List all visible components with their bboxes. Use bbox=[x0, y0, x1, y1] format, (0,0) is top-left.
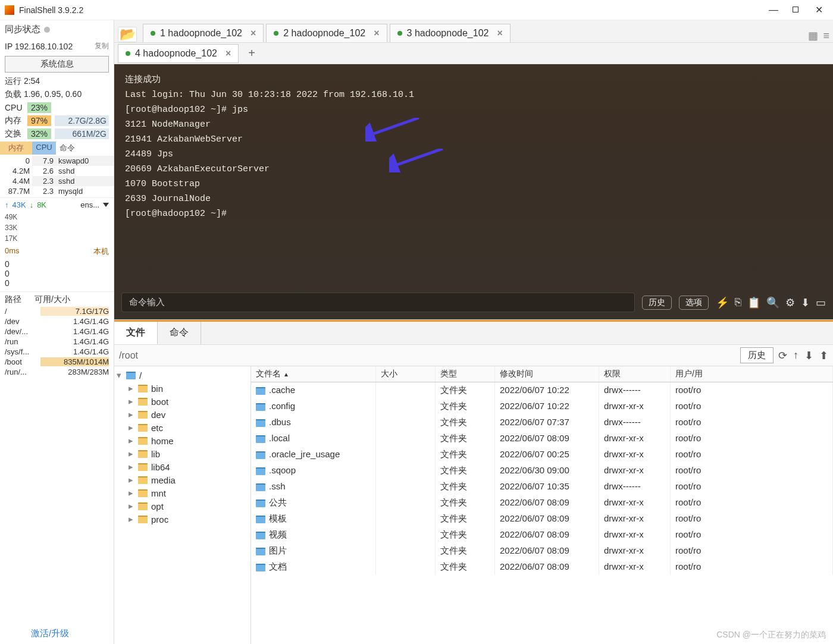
folder-open-icon[interactable]: 📂 bbox=[118, 27, 137, 42]
file-row[interactable]: 文档文件夹2022/06/07 08:09drwxr-xr-xroot/ro bbox=[251, 559, 833, 575]
disk-row[interactable]: /run/...283M/283M bbox=[0, 367, 114, 377]
disk-row[interactable]: /7.1G/17G bbox=[0, 306, 114, 316]
col-time[interactable]: 修改时间 bbox=[495, 366, 599, 382]
close-tab-icon[interactable]: × bbox=[226, 48, 231, 59]
terminal-output[interactable]: 连接成功 Last login: Thu Jun 30 10:23:18 202… bbox=[114, 64, 833, 289]
process-row[interactable]: 4.4M2.3sshd bbox=[0, 176, 114, 186]
maximize-button[interactable] bbox=[793, 7, 798, 12]
col-avail[interactable]: 可用/大小 bbox=[35, 294, 109, 305]
disk-row[interactable]: /boot835M/1014M bbox=[0, 357, 114, 367]
command-input[interactable]: 命令输入 bbox=[121, 293, 635, 312]
tree-item[interactable]: ▸bin bbox=[114, 382, 250, 395]
upload-icon: ↑ bbox=[5, 200, 9, 209]
disk-row[interactable]: /sys/f...1.4G/1.4G bbox=[0, 347, 114, 357]
grid-view-icon[interactable]: ▦ bbox=[808, 29, 818, 42]
file-row[interactable]: 视频文件夹2022/06/07 08:09drwxr-xr-xroot/ro bbox=[251, 527, 833, 543]
file-row[interactable]: .cache文件夹2022/06/07 10:22drwx------root/… bbox=[251, 382, 833, 398]
col-name[interactable]: 文件名▲ bbox=[251, 366, 376, 382]
disk-row[interactable]: /dev/...1.4G/1.4G bbox=[0, 326, 114, 337]
mem-percent: 97% bbox=[27, 115, 51, 126]
download-value: 8K bbox=[37, 200, 46, 209]
download-icon: ↓ bbox=[30, 200, 34, 209]
session-tab[interactable]: 3 hadoopnode_102× bbox=[390, 24, 511, 42]
copy-icon[interactable]: ⎘ bbox=[735, 296, 741, 309]
up-icon[interactable]: ↑ bbox=[793, 349, 798, 362]
col-perm[interactable]: 权限 bbox=[599, 366, 671, 382]
tree-item[interactable]: ▸lib64 bbox=[114, 460, 250, 473]
path-input[interactable]: /root bbox=[119, 350, 735, 361]
tab-commands[interactable]: 命令 bbox=[158, 322, 201, 344]
status-dot-icon bbox=[151, 31, 155, 36]
file-row[interactable]: 模板文件夹2022/06/07 08:09drwxr-xr-xroot/ro bbox=[251, 511, 833, 527]
search-icon[interactable]: 🔍 bbox=[766, 296, 779, 309]
file-row[interactable]: .sqoop文件夹2022/06/30 09:00drwxr-xr-xroot/… bbox=[251, 463, 833, 479]
svg-line-0 bbox=[368, 118, 419, 136]
file-list[interactable]: 文件名▲ 大小 类型 修改时间 权限 用户/用 .cache文件夹2022/06… bbox=[251, 366, 833, 644]
file-row[interactable]: .ssh文件夹2022/06/07 10:35drwx------root/ro bbox=[251, 479, 833, 495]
tree-item[interactable]: ▸opt bbox=[114, 500, 250, 513]
swap-percent: 32% bbox=[27, 128, 51, 139]
paste-icon[interactable]: 📋 bbox=[747, 296, 760, 309]
col-path[interactable]: 路径 bbox=[5, 294, 35, 305]
col-type[interactable]: 类型 bbox=[436, 366, 495, 382]
col-cpu[interactable]: CPU bbox=[32, 142, 56, 155]
col-cmd[interactable]: 命令 bbox=[56, 142, 114, 155]
disk-row[interactable]: /run1.4G/1.4G bbox=[0, 337, 114, 347]
process-row[interactable]: 87.7M2.3mysqld bbox=[0, 186, 114, 196]
fullscreen-icon[interactable]: ▭ bbox=[816, 296, 826, 309]
tree-item[interactable]: ▸proc bbox=[114, 513, 250, 526]
history-button[interactable]: 历史 bbox=[642, 296, 672, 310]
refresh-icon[interactable]: ⟳ bbox=[778, 349, 787, 362]
folder-icon bbox=[256, 467, 265, 475]
file-row[interactable]: .local文件夹2022/06/07 08:09drwxr-xr-xroot/… bbox=[251, 431, 833, 447]
download-icon[interactable]: ⬇ bbox=[801, 296, 810, 309]
folder-tree[interactable]: ▾/ ▸bin▸boot▸dev▸etc▸home▸lib▸lib64▸medi… bbox=[114, 366, 251, 644]
system-info-button[interactable]: 系统信息 bbox=[5, 56, 109, 73]
col-size[interactable]: 大小 bbox=[376, 366, 436, 382]
tree-item[interactable]: ▸mnt bbox=[114, 486, 250, 500]
close-button[interactable]: ✕ bbox=[815, 7, 822, 14]
file-row[interactable]: .config文件夹2022/06/07 10:22drwxr-xr-xroot… bbox=[251, 398, 833, 414]
process-row[interactable]: 4.2M2.6sshd bbox=[0, 166, 114, 176]
activate-link[interactable]: 激活/升级 bbox=[31, 628, 69, 639]
chevron-down-icon[interactable] bbox=[103, 203, 109, 207]
file-row[interactable]: 公共文件夹2022/06/07 08:09drwxr-xr-xroot/ro bbox=[251, 495, 833, 511]
download-file-icon[interactable]: ⬇ bbox=[804, 349, 813, 362]
process-row[interactable]: 07.9kswapd0 bbox=[0, 156, 114, 166]
options-button[interactable]: 选项 bbox=[679, 296, 709, 310]
tree-item[interactable]: ▸lib bbox=[114, 447, 250, 460]
col-mem[interactable]: 内存 bbox=[0, 142, 32, 155]
col-owner[interactable]: 用户/用 bbox=[671, 366, 833, 382]
load-label: 负载 1.96, 0.95, 0.60 bbox=[0, 88, 114, 101]
file-row[interactable]: .oracle_jre_usage文件夹2022/06/07 00:25drwx… bbox=[251, 447, 833, 463]
close-tab-icon[interactable]: × bbox=[497, 28, 502, 39]
file-row[interactable]: 图片文件夹2022/06/07 08:09drwxr-xr-xroot/ro bbox=[251, 543, 833, 559]
file-row[interactable]: .dbus文件夹2022/06/07 07:37drwx------root/r… bbox=[251, 414, 833, 431]
copy-button[interactable]: 复制 bbox=[95, 41, 109, 51]
add-tab-button[interactable]: + bbox=[243, 46, 260, 60]
tree-item[interactable]: ▸etc bbox=[114, 421, 250, 434]
session-tab[interactable]: 2 hadoopnode_102× bbox=[266, 24, 387, 42]
disk-row[interactable]: /dev1.4G/1.4G bbox=[0, 316, 114, 326]
swap-label: 交换 bbox=[5, 128, 24, 139]
minimize-button[interactable]: — bbox=[769, 7, 776, 14]
tab-active[interactable]: 4 hadoopnode_102 × bbox=[118, 44, 239, 63]
tree-root[interactable]: ▾/ bbox=[114, 369, 250, 382]
folder-icon bbox=[138, 424, 148, 432]
annotation-arrow-icon bbox=[389, 149, 449, 172]
tree-item[interactable]: ▸media bbox=[114, 473, 250, 486]
tree-item[interactable]: ▸boot bbox=[114, 395, 250, 408]
bolt-icon[interactable]: ⚡ bbox=[716, 296, 729, 309]
tree-item[interactable]: ▸home bbox=[114, 434, 250, 447]
path-history-button[interactable]: 历史 bbox=[740, 347, 774, 363]
close-tab-icon[interactable]: × bbox=[374, 28, 379, 39]
upload-file-icon[interactable]: ⬆ bbox=[819, 349, 828, 362]
close-tab-icon[interactable]: × bbox=[250, 28, 256, 39]
row-view-icon[interactable]: ≡ bbox=[823, 30, 829, 42]
network-row[interactable]: ↑43K ↓8K ens... bbox=[0, 197, 114, 212]
gear-icon[interactable]: ⚙ bbox=[785, 296, 795, 309]
tree-item[interactable]: ▸dev bbox=[114, 408, 250, 421]
tab-files[interactable]: 文件 bbox=[114, 322, 158, 344]
session-tab[interactable]: 1 hadoopnode_102× bbox=[143, 24, 264, 42]
terminal[interactable]: 连接成功 Last login: Thu Jun 30 10:23:18 202… bbox=[114, 64, 833, 319]
